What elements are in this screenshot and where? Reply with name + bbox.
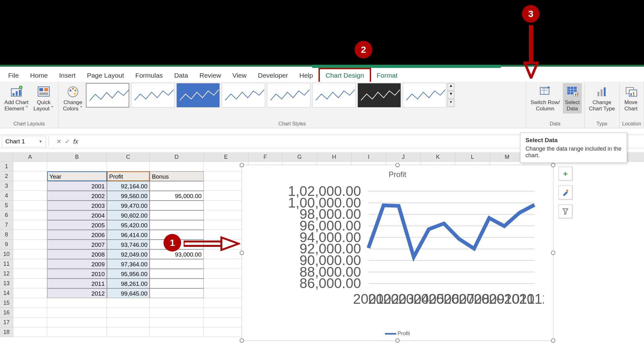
row-header-15[interactable]: 15 bbox=[0, 298, 13, 308]
row-header-3[interactable]: 3 bbox=[0, 181, 13, 191]
change-chart-type-button[interactable]: Change Chart Type bbox=[587, 83, 617, 114]
cell-B7[interactable]: 2005 bbox=[47, 220, 107, 230]
cell-C8[interactable]: 96,414.00 bbox=[107, 230, 150, 240]
tab-view[interactable]: View bbox=[227, 69, 252, 82]
resize-handle-br[interactable] bbox=[551, 338, 555, 343]
chart-style-thumb-5[interactable] bbox=[267, 83, 310, 108]
cancel-icon[interactable]: ✕ bbox=[56, 138, 62, 145]
resize-handle-tl[interactable] bbox=[240, 163, 244, 167]
cell-D3[interactable] bbox=[150, 181, 204, 191]
chart-filters-button[interactable] bbox=[558, 204, 572, 218]
col-header-F[interactable]: F bbox=[248, 152, 282, 161]
chart-legend[interactable]: Profit bbox=[242, 330, 553, 337]
resize-handle-bc[interactable] bbox=[395, 338, 400, 343]
cell-C1[interactable] bbox=[107, 162, 150, 171]
tab-chart-design[interactable]: Chart Design bbox=[319, 68, 371, 83]
resize-handle-bl[interactable] bbox=[240, 338, 244, 343]
row-header-4[interactable]: 4 bbox=[0, 191, 13, 201]
col-header-D[interactable]: D bbox=[150, 152, 204, 161]
col-header-H[interactable]: H bbox=[317, 152, 352, 161]
row-header-6[interactable]: 6 bbox=[0, 210, 13, 220]
cell-B10[interactable]: 2008 bbox=[47, 249, 107, 259]
col-header-I[interactable]: I bbox=[352, 152, 386, 161]
cell-A11[interactable] bbox=[13, 259, 47, 269]
tab-formulas[interactable]: Formulas bbox=[130, 69, 169, 82]
cell-B4[interactable]: 2002 bbox=[47, 191, 107, 201]
chart-plot-area[interactable]: 1,02,000.001,00,000.0098,000.0096,000.00… bbox=[267, 182, 544, 320]
cell-A14[interactable] bbox=[13, 288, 47, 298]
chart-style-thumb-1[interactable] bbox=[86, 83, 129, 108]
cell-B1[interactable] bbox=[47, 162, 107, 171]
col-header-L[interactable]: L bbox=[455, 152, 490, 161]
cell-C18[interactable] bbox=[107, 327, 150, 337]
row-header-11[interactable]: 11 bbox=[0, 259, 13, 269]
cell-C9[interactable]: 93,746.00 bbox=[107, 240, 150, 249]
cell-A5[interactable] bbox=[13, 201, 47, 210]
cell-A12[interactable] bbox=[13, 269, 47, 279]
cell-A9[interactable] bbox=[13, 240, 47, 249]
row-header-16[interactable]: 16 bbox=[0, 308, 13, 318]
row-header-9[interactable]: 9 bbox=[0, 240, 13, 249]
cell-A4[interactable] bbox=[13, 191, 47, 201]
cell-B2[interactable]: Year bbox=[47, 171, 107, 181]
chart-style-thumb-2[interactable] bbox=[131, 83, 175, 108]
chart-elements-button[interactable]: ＋ bbox=[558, 167, 572, 180]
row-header-10[interactable]: 10 bbox=[0, 249, 13, 259]
resize-handle-mr[interactable] bbox=[551, 251, 555, 255]
tab-page-layout[interactable]: Page Layout bbox=[81, 69, 130, 82]
cell-D12[interactable] bbox=[150, 269, 204, 279]
cell-B6[interactable]: 2004 bbox=[47, 210, 107, 220]
tab-format[interactable]: Format bbox=[371, 69, 403, 82]
cell-A8[interactable] bbox=[13, 230, 47, 240]
cell-D13[interactable] bbox=[150, 279, 204, 288]
cell-B3[interactable]: 2001 bbox=[47, 181, 107, 191]
name-box-dropdown-icon[interactable]: ▼ bbox=[39, 139, 42, 144]
resize-handle-tr[interactable] bbox=[551, 163, 555, 167]
cell-B12[interactable]: 2010 bbox=[47, 269, 107, 279]
cell-D15[interactable] bbox=[150, 298, 204, 308]
cell-D2[interactable]: Bonus bbox=[150, 171, 204, 181]
cell-C17[interactable] bbox=[107, 318, 150, 327]
tab-insert[interactable]: Insert bbox=[53, 69, 81, 82]
cell-D7[interactable] bbox=[150, 220, 204, 230]
cell-D16[interactable] bbox=[150, 308, 204, 318]
cell-A1[interactable] bbox=[13, 162, 47, 171]
cell-D17[interactable] bbox=[150, 318, 204, 327]
chart-style-thumb-8[interactable] bbox=[403, 83, 446, 108]
name-box[interactable]: Chart 1 ▼ bbox=[2, 136, 46, 147]
cell-C10[interactable]: 92,049.00 bbox=[107, 249, 150, 259]
cell-A16[interactable] bbox=[13, 308, 47, 318]
cell-D5[interactable] bbox=[150, 201, 204, 210]
cell-D14[interactable] bbox=[150, 288, 204, 298]
cell-A17[interactable] bbox=[13, 318, 47, 327]
quick-layout-button[interactable]: Quick Layout ˅ bbox=[32, 83, 56, 114]
chart-style-thumb-7[interactable] bbox=[358, 83, 401, 108]
tab-review[interactable]: Review bbox=[194, 69, 227, 82]
cell-C11[interactable]: 97,364.00 bbox=[107, 259, 150, 269]
change-colors-button[interactable]: Change Colors ˅ bbox=[61, 83, 85, 114]
cell-C13[interactable]: 98,261.00 bbox=[107, 279, 150, 288]
chart-style-thumb-6[interactable] bbox=[312, 83, 356, 108]
cell-C14[interactable]: 99,645.00 bbox=[107, 288, 150, 298]
tab-file[interactable]: File bbox=[3, 69, 25, 82]
cell-C12[interactable]: 95,956.00 bbox=[107, 269, 150, 279]
col-header-J[interactable]: J bbox=[386, 152, 421, 161]
row-header-12[interactable]: 12 bbox=[0, 269, 13, 279]
embedded-chart[interactable]: Profit 1,02,000.001,00,000.0098,000.0096… bbox=[242, 165, 553, 341]
col-header-E[interactable]: E bbox=[204, 152, 248, 161]
cell-B16[interactable] bbox=[47, 308, 107, 318]
cell-D4[interactable]: 95,000.00 bbox=[150, 191, 204, 201]
cell-C2[interactable]: Profit bbox=[107, 171, 150, 181]
cell-C5[interactable]: 99,470.00 bbox=[107, 201, 150, 210]
enter-icon[interactable]: ✓ bbox=[65, 138, 70, 145]
add-chart-element-button[interactable]: + Add Chart Element ˅ bbox=[3, 83, 31, 114]
row-header-17[interactable]: 17 bbox=[0, 318, 13, 327]
select-all-corner[interactable] bbox=[0, 152, 13, 161]
cell-B5[interactable]: 2003 bbox=[47, 201, 107, 210]
tab-developer[interactable]: Developer bbox=[252, 69, 294, 82]
row-header-13[interactable]: 13 bbox=[0, 279, 13, 288]
cell-B8[interactable]: 2006 bbox=[47, 230, 107, 240]
switch-row-column-button[interactable]: Switch Row/ Column bbox=[529, 83, 562, 114]
cell-C6[interactable]: 90,602.00 bbox=[107, 210, 150, 220]
cell-B11[interactable]: 2009 bbox=[47, 259, 107, 269]
